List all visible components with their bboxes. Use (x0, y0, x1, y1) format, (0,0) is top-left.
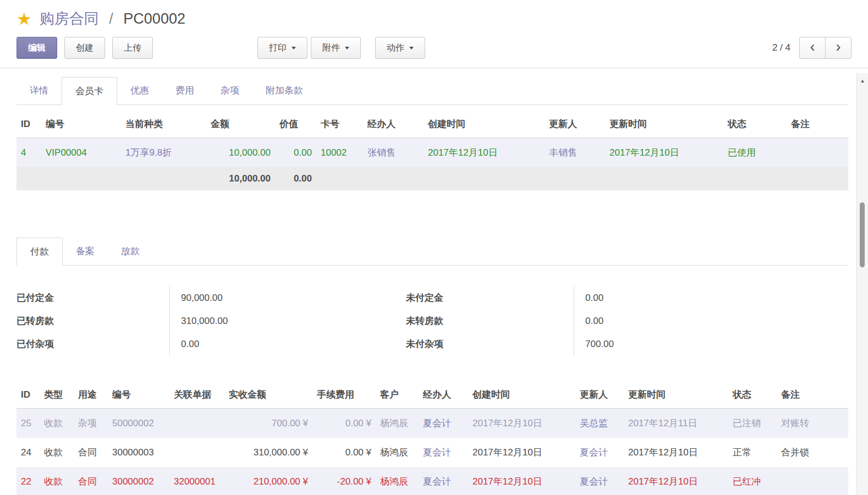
column-header[interactable]: 金额 (206, 111, 275, 138)
column-header[interactable]: 编号 (108, 381, 169, 409)
tab-member-card[interactable]: 会员卡 (62, 77, 117, 105)
edit-button[interactable]: 编辑 (17, 37, 57, 59)
action-dropdown-button[interactable]: 动作 (375, 37, 425, 59)
column-header[interactable]: 状态 (728, 381, 777, 409)
status-badge: 正常 (728, 438, 777, 467)
table-cell: 合并锁 (777, 438, 848, 467)
column-header[interactable]: 创建时间 (424, 111, 545, 138)
column-header[interactable]: 备注 (787, 111, 848, 138)
column-header[interactable]: 用途 (74, 381, 108, 409)
handler-link[interactable]: 夏会计 (419, 409, 468, 438)
column-header[interactable]: 客户 (376, 381, 419, 409)
tab-additional-terms[interactable]: 附加条款 (252, 77, 316, 105)
updater-link[interactable]: 吴总监 (575, 409, 624, 438)
card-type-link[interactable]: 1万享9.8折 (121, 138, 206, 168)
column-header[interactable]: 价值 (275, 111, 316, 138)
tab-filing[interactable]: 备案 (63, 238, 108, 266)
column-header[interactable]: ID (17, 381, 40, 409)
table-cell: 22 (17, 467, 40, 495)
tab-fees[interactable]: 费用 (162, 77, 207, 105)
updater-link[interactable]: 夏会计 (575, 467, 624, 495)
updater-link[interactable]: 丰销售 (545, 138, 605, 168)
breadcrumb-separator: / (109, 10, 113, 27)
breadcrumb-parent-link[interactable]: 购房合同 (40, 10, 99, 27)
favorite-star-icon[interactable]: ★ (17, 10, 32, 28)
table-cell: 合同 (74, 438, 108, 467)
handler-link[interactable]: 夏会计 (419, 467, 468, 495)
column-header[interactable]: 卡号 (316, 111, 363, 138)
table-cell (316, 167, 848, 190)
print-dropdown-button[interactable]: 打印 (257, 37, 307, 59)
column-header[interactable]: 更新时间 (605, 111, 723, 138)
print-label: 打印 (269, 42, 287, 54)
upload-button[interactable]: 上传 (112, 37, 153, 59)
table-cell: 合同 (74, 467, 108, 495)
table-cell: 2017年12月10日 (624, 467, 728, 495)
table-cell: 210,000.00 ¥ (224, 467, 312, 495)
scroll-up-icon[interactable]: ▲ (857, 73, 868, 84)
field-label-unpaid-misc: 未付杂项 (406, 333, 574, 356)
table-cell: 30000002 (108, 467, 169, 495)
create-button[interactable]: 创建 (64, 37, 105, 59)
column-header[interactable]: 实收金额 (224, 381, 312, 409)
column-header[interactable]: 经办人 (363, 111, 424, 138)
field-label-untransferred-house-payment: 未转房款 (406, 310, 574, 333)
tab-misc[interactable]: 杂项 (207, 77, 252, 105)
field-label-unpaid-deposit: 未付定金 (406, 287, 574, 310)
table-cell: 2017年12月10日 (468, 438, 575, 467)
header-divider (0, 68, 868, 68)
total-amount: 10,000.00 (206, 167, 275, 190)
pager-counter: 2 / 4 (772, 42, 790, 53)
column-header[interactable]: 类型 (40, 381, 74, 409)
table-cell: 10002 (316, 138, 363, 168)
table-row[interactable]: 24 收款 合同 30000003 310,000.00 ¥ 0.00 ¥ 杨鸿… (17, 438, 848, 467)
pager-next-button[interactable]: › (825, 37, 851, 59)
table-row[interactable]: 4 VIP00004 1万享9.8折 10,000.00 0.00 10002 … (17, 138, 848, 168)
handler-link[interactable]: 张销售 (363, 138, 424, 168)
tab-discount[interactable]: 优惠 (117, 77, 162, 105)
field-label-paid-deposit: 已付定金 (17, 287, 169, 310)
breadcrumb: ★ 购房合同 / PC00002 (0, 0, 868, 29)
member-card-table: ID 编号 当前种类 金额 价值 卡号 经办人 创建时间 更新人 更新时间 状态… (17, 111, 848, 190)
table-cell: 2017年12月10日 (624, 438, 728, 467)
tab-payment[interactable]: 付款 (17, 238, 63, 266)
table-cell (777, 467, 848, 495)
table-cell: 0.00 (275, 138, 316, 168)
column-header[interactable]: 更新时间 (624, 381, 728, 409)
control-bar: 编辑 创建 上传 打印 附件 动作 2 / 4 ‹ › (0, 29, 868, 59)
table-cell: 310,000.00 ¥ (224, 438, 312, 467)
table-cell (787, 138, 848, 168)
column-header[interactable]: 手续费用 (312, 381, 376, 409)
table-row[interactable]: 25 收款 杂项 50000002 700.00 ¥ 0.00 ¥ 杨鸿辰 夏会… (17, 409, 848, 438)
table-cell: 50000002 (108, 409, 169, 438)
column-header[interactable]: 更新人 (575, 381, 624, 409)
updater-link[interactable]: 夏会计 (575, 438, 624, 467)
vertical-scrollbar[interactable]: ▲ (856, 73, 868, 495)
table-cell: 32000001 (169, 467, 224, 495)
column-header[interactable]: 当前种类 (121, 111, 206, 138)
attachment-dropdown-button[interactable]: 附件 (311, 37, 361, 59)
column-header[interactable]: 关联单据 (169, 381, 224, 409)
tab-details[interactable]: 详情 (17, 77, 62, 105)
table-cell (169, 409, 224, 438)
column-header[interactable]: 状态 (723, 111, 787, 138)
record-sheet: 详情 会员卡 优惠 费用 杂项 附加条款 ID 编号 当前种类 金额 价值 卡号… (17, 77, 848, 495)
scrollbar-thumb[interactable] (860, 202, 865, 267)
handler-link[interactable]: 夏会计 (419, 438, 468, 467)
status-badge: 已使用 (723, 138, 787, 168)
table-cell (169, 438, 224, 467)
attachment-label: 附件 (322, 42, 340, 54)
column-header[interactable]: ID (17, 111, 41, 138)
chevron-down-icon (292, 47, 296, 50)
column-header[interactable]: 备注 (777, 381, 848, 409)
table-cell: 4 (17, 138, 41, 168)
column-header[interactable]: 创建时间 (468, 381, 575, 409)
table-row[interactable]: 22 收款 合同 30000002 32000001 210,000.00 ¥ … (17, 467, 848, 495)
tab-loan[interactable]: 放款 (108, 238, 153, 266)
pager-previous-button[interactable]: ‹ (799, 37, 826, 59)
column-header[interactable]: 经办人 (419, 381, 468, 409)
table-cell: 0.00 ¥ (312, 409, 376, 438)
column-header[interactable]: 编号 (41, 111, 121, 138)
column-header[interactable]: 更新人 (545, 111, 605, 138)
table-cell: 杨鸿辰 (376, 438, 419, 467)
